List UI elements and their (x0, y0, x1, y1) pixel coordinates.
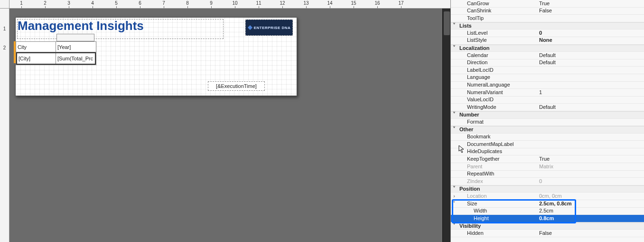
property-row[interactable]: DocumentMapLabel (451, 141, 644, 148)
ruler-tick: 7 (152, 0, 176, 6)
matrix-cell-city[interactable]: [City] (17, 53, 56, 64)
property-value[interactable]: Default (537, 59, 644, 67)
property-row[interactable]: CanGrowTrue (451, 0, 644, 8)
property-row[interactable]: CalendarDefault (451, 52, 644, 59)
matrix-tablix[interactable]: City [Year] [City] [Sum(Total_Prc (16, 41, 96, 65)
property-value[interactable]: 0cm, 0cm (537, 193, 644, 200)
expand-toggle-icon[interactable] (451, 111, 457, 119)
expand-toggle-icon[interactable]: ˅ (451, 200, 457, 208)
properties-panel[interactable]: CanGrowTrueCanShrinkFalseToolTipListsLis… (450, 0, 644, 242)
property-value[interactable]: 1 (537, 89, 644, 97)
property-name: Hidden (457, 230, 537, 237)
property-row[interactable]: CanShrinkFalse (451, 8, 644, 15)
property-name: Height (457, 215, 537, 223)
property-name: HideDuplicates (457, 148, 537, 155)
property-section-header[interactable]: Lists (451, 22, 644, 30)
property-value[interactable]: Default (537, 104, 644, 111)
property-value[interactable]: 0 (537, 29, 644, 37)
property-name: KeepTogether (457, 155, 537, 163)
property-value[interactable]: True (537, 0, 644, 7)
title-sub-textbox[interactable] (56, 34, 94, 41)
property-row[interactable]: NumeralLanguage (451, 82, 644, 89)
property-row[interactable]: ToolTip (451, 15, 644, 22)
property-name: CanShrink (457, 7, 537, 15)
property-name: Parent (457, 163, 537, 171)
property-value[interactable]: Matrix (537, 163, 644, 171)
property-row[interactable]: LabelLocID (451, 67, 644, 74)
canvas-scrollbar-vertical[interactable] (442, 9, 450, 242)
property-row[interactable]: ParentMatrix (451, 163, 644, 171)
property-value[interactable]: 2.5cm (537, 207, 644, 215)
ruler-tick: 16 (365, 0, 389, 6)
ruler-tick: 11 (247, 0, 271, 6)
property-value[interactable]: None (537, 37, 644, 44)
property-row[interactable]: Format (451, 119, 644, 126)
property-value[interactable]: 2.5cm, 0.8cm (537, 200, 644, 208)
property-value[interactable]: True (537, 155, 644, 163)
matrix-cell-total[interactable]: [Sum(Total_Prc (56, 53, 95, 64)
property-name: NumeralLanguage (457, 81, 537, 89)
matrix-header-city[interactable]: City (16, 42, 56, 52)
expand-toggle-icon[interactable] (451, 45, 457, 52)
property-row[interactable]: DirectionDefault (451, 59, 644, 67)
property-value[interactable]: 0 (537, 178, 644, 185)
scrollbar-thumb[interactable] (444, 11, 450, 35)
property-name: ListLevel (457, 29, 537, 37)
property-row[interactable]: RepeatWith (451, 171, 644, 178)
property-row[interactable]: ListLevel0 (451, 29, 644, 37)
property-name: LabelLocID (457, 67, 537, 74)
property-row[interactable]: ListStyleNone (451, 37, 644, 45)
design-canvas[interactable]: 1234567891011121314151617 12 Management … (0, 0, 450, 242)
expand-toggle-icon[interactable] (451, 126, 457, 134)
property-row[interactable]: ZIndex0 (451, 178, 644, 185)
property-name: Width (457, 207, 537, 215)
expand-toggle-icon[interactable] (451, 223, 457, 230)
property-name: Number (457, 111, 537, 119)
property-section-header[interactable]: Position (451, 185, 644, 193)
ruler-horizontal: 1234567891011121314151617 (9, 0, 450, 9)
property-value[interactable]: Default (537, 52, 644, 59)
property-section-header[interactable]: Number (451, 111, 644, 119)
property-name: Localization (457, 45, 537, 52)
property-value[interactable]: False (537, 230, 644, 237)
property-row[interactable]: Bookmark (451, 134, 644, 141)
property-row[interactable]: KeepTogetherTrue (451, 155, 644, 163)
property-row[interactable]: Height0.8cm (451, 215, 644, 223)
property-row[interactable]: Width2.5cm (451, 208, 644, 215)
ruler-tick: 9 (199, 0, 223, 6)
logo-image[interactable]: ENTERPRISE DNA (245, 19, 293, 36)
property-section-header[interactable]: Visibility (451, 223, 644, 230)
property-value[interactable]: False (537, 7, 644, 15)
property-section-header[interactable]: Localization (451, 45, 644, 52)
expand-toggle-icon[interactable]: › (451, 193, 457, 200)
ruler-tick: 14 (318, 0, 342, 6)
ruler-tick: 1 (9, 0, 33, 6)
matrix-header-year[interactable]: [Year] (56, 42, 96, 52)
property-name: Language (457, 74, 537, 81)
property-name: ListStyle (457, 37, 537, 44)
property-name: CanGrow (457, 0, 537, 7)
property-row[interactable]: HideDuplicates (451, 148, 644, 156)
logo-icon (248, 25, 252, 30)
expand-toggle-icon[interactable] (451, 22, 457, 30)
property-name: Format (457, 118, 537, 126)
expand-toggle-icon[interactable] (451, 185, 457, 193)
page-title[interactable]: Management Insights (18, 19, 144, 33)
property-row[interactable]: WritingModeDefault (451, 104, 644, 111)
property-section-header[interactable]: Other (451, 126, 644, 134)
property-name: ValueLocID (457, 96, 537, 104)
property-row[interactable]: HiddenFalse (451, 230, 644, 237)
property-row[interactable]: NumeralVariant1 (451, 89, 644, 97)
property-name: Lists (457, 22, 537, 30)
property-row[interactable]: ˅Size2.5cm, 0.8cm (451, 200, 644, 208)
execution-time-textbox[interactable]: [&ExecutionTime] (208, 81, 265, 91)
ruler-tick: 12 (271, 0, 294, 6)
property-row[interactable]: ValueLocID (451, 97, 644, 104)
ruler-tick: 1 (3, 19, 6, 38)
property-row[interactable]: ›Location0cm, 0cm (451, 193, 644, 200)
report-page[interactable]: Management Insights ENTERPRISE DNA City … (15, 17, 297, 96)
property-value[interactable]: 0.8cm (537, 215, 644, 223)
ruler-tick: 10 (223, 0, 247, 6)
property-row[interactable]: Language (451, 74, 644, 82)
property-name: Direction (457, 59, 537, 67)
